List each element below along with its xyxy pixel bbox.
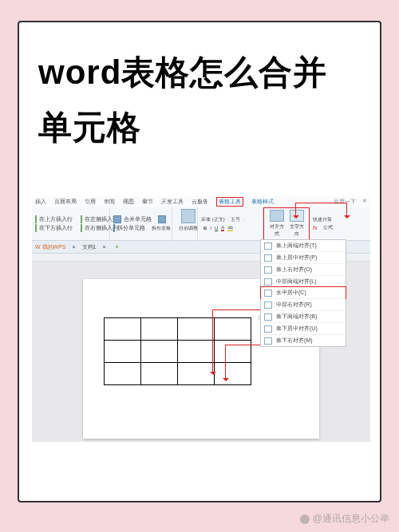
menu-item-center[interactable]: 水平居中(C) [260, 286, 346, 299]
menu-item-mid-right[interactable]: 中部右对齐(R) [261, 298, 346, 310]
card: word表格怎么合并单元格 插入 页面布局 引用 审阅 视图 章节 开发工具 云… [18, 21, 381, 502]
annotation-arrow [212, 309, 213, 373]
align-mr-icon [264, 301, 272, 309]
split-table-button[interactable]: 拆分表格 [152, 225, 171, 232]
annotation-arrow [346, 203, 347, 217]
tab-devtools[interactable]: 开发工具 [161, 198, 184, 206]
watermark: @通讯信息小公举 [300, 512, 389, 526]
font-name-select[interactable]: 宋体 (正文) [201, 216, 225, 223]
app-screenshot: 插入 页面布局 引用 审阅 视图 章节 开发工具 云服务 表格工具 表格样式 百… [32, 196, 370, 442]
align-br-icon [264, 337, 272, 345]
ribbon-tabs: 插入 页面布局 引用 审阅 视图 章节 开发工具 云服务 表格工具 表格样式 百… [32, 196, 370, 207]
align-tr-icon [264, 266, 272, 274]
font-size-select[interactable]: 五号 [231, 216, 240, 223]
watermark-logo-icon [300, 514, 310, 524]
tab-review[interactable]: 审阅 [104, 198, 115, 206]
split-cells-button[interactable]: 拆分单元格 [117, 224, 145, 232]
wps-home-tab[interactable]: W 我的WPS [35, 243, 66, 251]
ribbon: 在上方插入行 在左侧插入列 在下方插入行 在右侧插入列 合并单元格 拆分单元格 … [32, 207, 370, 241]
align-bc-icon [264, 325, 272, 333]
highlight-button[interactable]: ab [227, 225, 233, 231]
underline-button[interactable]: U [215, 226, 218, 231]
group-merge: 合并单元格 拆分单元格 拆分表格 [110, 207, 172, 240]
align-tl-icon [264, 242, 272, 250]
insert-col-left-icon [81, 215, 82, 223]
align-icon [270, 210, 284, 222]
document-tab[interactable]: 文档1 [82, 243, 97, 251]
insert-row-above-icon [35, 215, 37, 223]
align-button[interactable]: 对齐方式 [267, 223, 286, 238]
annotation-arrow [295, 203, 346, 203]
font-color-button[interactable]: A [221, 225, 224, 231]
italic-button[interactable]: I [210, 226, 211, 231]
document-table[interactable] [104, 317, 251, 385]
merge-cells-icon [113, 215, 121, 223]
tab-table-style[interactable]: 表格样式 [251, 198, 274, 206]
menu-item-bot-left[interactable]: 靠下两端对齐(B) [261, 310, 346, 322]
quick-calc-button[interactable]: 快速计算 [313, 216, 332, 223]
add-doc-button[interactable]: + [116, 244, 119, 250]
close-icon[interactable]: ✕ [362, 198, 367, 206]
tab-cloud[interactable]: 云服务 [192, 198, 208, 206]
group-font: 宋体 (正文) · 五号 · B I U A ab [198, 207, 263, 240]
menu-item-top-center[interactable]: 靠上居中对齐(P) [261, 251, 346, 263]
align-ml-icon [264, 278, 272, 286]
group-formula: 快速计算 fx 公式 [310, 207, 348, 240]
annotation-arrow [212, 309, 260, 310]
group-autofit: 自动调整 [172, 207, 198, 240]
search-label[interactable]: 百度一下 [334, 198, 356, 206]
doc-close-icon[interactable]: × [73, 244, 76, 250]
insert-row-below-icon [35, 224, 37, 232]
split-table-icon [158, 215, 166, 223]
bold-button[interactable]: B [203, 226, 207, 231]
tab-view[interactable]: 视图 [123, 198, 134, 206]
menu-item-bot-center[interactable]: 靠下居中对齐(U) [261, 322, 346, 334]
insert-row-above-button[interactable]: 在上方插入行 [39, 215, 73, 223]
insert-row-below-button[interactable]: 在下方插入行 [39, 224, 73, 232]
align-tc-icon [264, 254, 272, 262]
fx-icon: fx [313, 225, 317, 231]
insert-col-right-icon [81, 224, 82, 232]
menu-item-top-left[interactable]: 靠上两端对齐(T) [261, 240, 346, 251]
alignment-menu: 靠上两端对齐(T) 靠上居中对齐(P) 靠上右对齐(O) 中部两端对齐(L) 水… [260, 239, 346, 347]
formula-button[interactable]: 公式 [323, 224, 333, 231]
tab-pagelayout[interactable]: 页面布局 [54, 198, 77, 206]
menu-item-bot-right[interactable]: 靠下右对齐(M) [261, 334, 346, 346]
annotation-arrow [225, 345, 226, 380]
autofit-icon [181, 209, 196, 223]
merge-cells-button[interactable]: 合并单元格 [124, 215, 152, 223]
watermark-text: @通讯信息小公举 [313, 512, 389, 526]
tab-table-tools[interactable]: 表格工具 [216, 197, 243, 207]
text-direction-button[interactable]: 文字方向 [287, 223, 306, 238]
align-cc-icon [264, 290, 272, 297]
tab-sections[interactable]: 章节 [142, 198, 153, 206]
split-cells-icon [113, 224, 115, 232]
headline: word表格怎么合并单元格 [38, 45, 361, 156]
align-bl-icon [264, 313, 272, 321]
tab-references[interactable]: 引用 [85, 198, 96, 206]
tab-insert[interactable]: 插入 [35, 198, 46, 206]
annotation-arrow [225, 345, 260, 345]
group-insert-rows: 在上方插入行 在左侧插入列 在下方插入行 在右侧插入列 [32, 207, 110, 240]
doc-close-icon-2[interactable]: × [103, 244, 106, 250]
autofit-button[interactable]: 自动调整 [179, 225, 198, 232]
menu-item-top-right[interactable]: 靠上右对齐(O) [261, 263, 346, 275]
menu-item-mid-left[interactable]: 中部两端对齐(L) [261, 275, 346, 287]
group-alignment: 对齐方式 文字方向 [263, 207, 310, 240]
